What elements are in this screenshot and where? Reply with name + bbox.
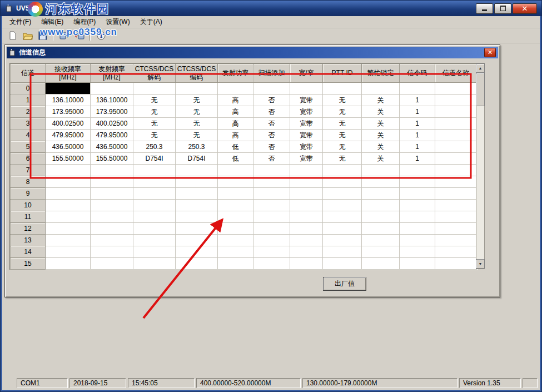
vertical-scrollbar[interactable]: ▲ ▼ — [476, 63, 485, 269]
grid-cell[interactable] — [290, 211, 323, 223]
grid-cell[interactable] — [46, 200, 91, 211]
grid-cell[interactable]: 436.50000 — [46, 141, 91, 153]
grid-cell[interactable] — [176, 200, 218, 211]
grid-cell[interactable] — [435, 246, 477, 258]
grid-cell[interactable] — [253, 258, 290, 270]
maximize-button[interactable] — [494, 3, 511, 14]
grid-cell[interactable] — [133, 176, 176, 188]
grid-cell[interactable] — [91, 246, 133, 258]
grid-cell[interactable] — [400, 258, 435, 270]
row-header[interactable]: 3 — [11, 118, 46, 130]
close-button[interactable]: ✕ — [513, 3, 537, 14]
grid-cell[interactable]: 无 — [176, 106, 218, 118]
selected-cell[interactable] — [46, 83, 91, 95]
grid-cell[interactable] — [362, 176, 400, 188]
grid-cell[interactable] — [46, 165, 91, 176]
row-header[interactable]: 14 — [11, 246, 46, 258]
grid-cell[interactable] — [218, 83, 253, 95]
grid-cell[interactable]: 无 — [133, 130, 176, 141]
grid-cell[interactable] — [290, 235, 323, 246]
grid-cell[interactable] — [46, 258, 91, 270]
grid-cell[interactable]: 宽带 — [290, 153, 323, 165]
grid-cell[interactable]: 否 — [253, 118, 290, 130]
grid-cell[interactable]: 高 — [218, 95, 253, 106]
grid-cell[interactable]: 无 — [323, 130, 362, 141]
grid-cell[interactable]: 479.95000 — [46, 130, 91, 141]
row-header[interactable]: 9 — [11, 188, 46, 200]
grid-cell[interactable] — [290, 246, 323, 258]
grid-cell[interactable]: 关 — [362, 118, 400, 130]
grid-cell[interactable] — [253, 200, 290, 211]
channel-window-close-button[interactable]: ✕ — [484, 48, 496, 57]
grid-cell[interactable] — [323, 235, 362, 246]
minimize-button[interactable] — [476, 3, 493, 14]
grid-cell[interactable]: 否 — [253, 141, 290, 153]
grid-cell[interactable]: 关 — [362, 95, 400, 106]
row-header[interactable]: 11 — [11, 211, 46, 223]
grid-cell[interactable] — [435, 141, 477, 153]
grid-cell[interactable] — [362, 211, 400, 223]
grid-cell[interactable] — [176, 211, 218, 223]
grid-cell[interactable] — [435, 258, 477, 270]
grid-cell[interactable] — [435, 188, 477, 200]
grid-cell[interactable]: 宽带 — [290, 118, 323, 130]
grid-cell[interactable] — [218, 165, 253, 176]
grid-cell[interactable] — [435, 200, 477, 211]
grid-cell[interactable] — [323, 188, 362, 200]
grid-cell[interactable] — [218, 211, 253, 223]
row-header[interactable]: 2 — [11, 106, 46, 118]
grid-cell[interactable]: 否 — [253, 106, 290, 118]
grid-cell[interactable] — [290, 176, 323, 188]
grid-cell[interactable]: 低 — [218, 153, 253, 165]
grid-cell[interactable] — [290, 83, 323, 95]
grid-cell[interactable] — [176, 246, 218, 258]
grid-cell[interactable] — [46, 211, 91, 223]
grid-cell[interactable] — [176, 258, 218, 270]
grid-cell[interactable]: 479.95000 — [91, 130, 133, 141]
menu-edit[interactable]: 编辑(E) — [36, 16, 68, 28]
grid-cell[interactable] — [290, 223, 323, 235]
grid-cell[interactable] — [362, 235, 400, 246]
grid-cell[interactable]: 宽带 — [290, 95, 323, 106]
grid-cell[interactable] — [91, 235, 133, 246]
grid-cell[interactable]: 1 — [400, 141, 435, 153]
grid-cell[interactable]: 无 — [323, 153, 362, 165]
grid-cell[interactable] — [400, 188, 435, 200]
grid-cell[interactable] — [290, 188, 323, 200]
menu-file[interactable]: 文件(F) — [4, 16, 36, 28]
row-header[interactable]: 0 — [11, 83, 46, 95]
grid-cell[interactable]: 无 — [323, 95, 362, 106]
grid-cell[interactable]: 400.02500 — [91, 118, 133, 130]
row-header[interactable]: 1 — [11, 95, 46, 106]
row-header[interactable]: 10 — [11, 200, 46, 211]
grid-cell[interactable] — [400, 165, 435, 176]
grid-cell[interactable] — [400, 200, 435, 211]
grid-cell[interactable] — [133, 246, 176, 258]
grid-cell[interactable] — [435, 235, 477, 246]
grid-cell[interactable] — [362, 83, 400, 95]
grid-cell[interactable] — [176, 223, 218, 235]
grid-cell[interactable] — [46, 223, 91, 235]
grid-cell[interactable] — [400, 83, 435, 95]
grid-cell[interactable] — [323, 176, 362, 188]
grid-cell[interactable] — [91, 211, 133, 223]
grid-cell[interactable]: 无 — [323, 141, 362, 153]
grid-cell[interactable] — [218, 176, 253, 188]
grid-cell[interactable] — [133, 211, 176, 223]
grid-cell[interactable]: 1 — [400, 118, 435, 130]
new-file-button[interactable] — [6, 29, 19, 42]
grid-cell[interactable] — [253, 165, 290, 176]
grid-cell[interactable]: 无 — [323, 118, 362, 130]
grid-cell[interactable]: 173.95000 — [46, 106, 91, 118]
grid-cell[interactable] — [46, 235, 91, 246]
grid-cell[interactable] — [323, 200, 362, 211]
grid-cell[interactable]: 宽带 — [290, 106, 323, 118]
grid-cell[interactable] — [253, 176, 290, 188]
grid-cell[interactable] — [218, 235, 253, 246]
grid-cell[interactable] — [435, 95, 477, 106]
grid-cell[interactable] — [323, 223, 362, 235]
scroll-down-button[interactable]: ▼ — [476, 259, 485, 269]
grid-cell[interactable]: 1 — [400, 130, 435, 141]
open-file-button[interactable] — [21, 29, 34, 42]
grid-cell[interactable] — [290, 200, 323, 211]
